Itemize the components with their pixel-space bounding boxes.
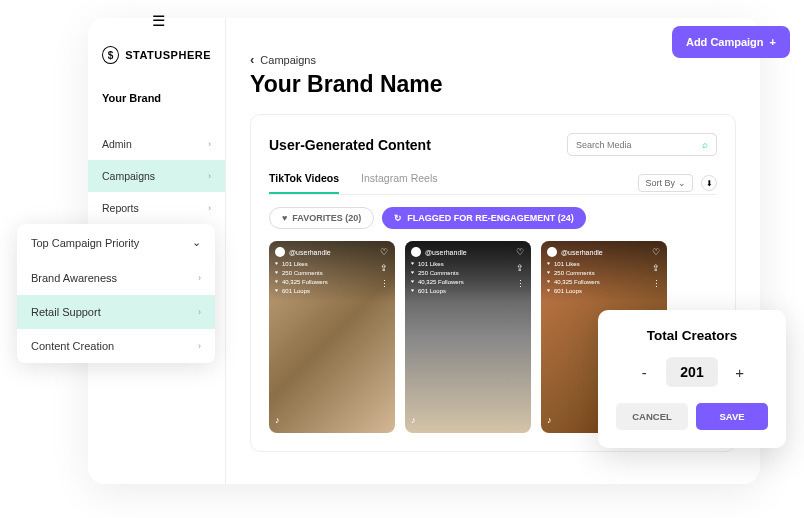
video-handle: @userhandle [561,249,603,256]
heart-icon[interactable]: ♡ [516,247,525,257]
video-handle: @userhandle [425,249,467,256]
plus-icon: + [770,36,776,48]
avatar-icon [547,247,557,257]
tabs: TikTok Videos Instagram Reels [269,172,437,194]
share-icon[interactable]: ⇪ [380,263,389,273]
chip-favorites[interactable]: ♥FAVORITES (20) [269,207,374,229]
dropdown-item-content-creation[interactable]: Content Creation› [17,329,215,363]
modal-actions: CANCEL SAVE [616,403,768,430]
more-icon[interactable]: ⋮ [652,279,661,289]
logo: $ STATUSPHERE [88,46,225,84]
increment-button[interactable]: + [730,364,750,381]
more-icon[interactable]: ⋮ [516,279,525,289]
tab-instagram[interactable]: Instagram Reels [361,172,437,194]
refresh-icon: ↻ [394,213,402,223]
sidebar-item-reports[interactable]: Reports› [88,192,225,224]
chevron-down-icon: ⌄ [192,236,201,249]
chip-flagged[interactable]: ↻FLAGGED FOR RE-ENGAGEMENT (24) [382,207,586,229]
logo-text: STATUSPHERE [125,49,211,61]
heart-icon[interactable]: ♡ [652,247,661,257]
heart-icon: ♥ [282,213,287,223]
dropdown-item-retail-support[interactable]: Retail Support› [17,295,215,329]
decrement-button[interactable]: - [634,364,654,381]
brand-label: Your Brand [88,84,225,112]
download-icon[interactable]: ⬇ [701,175,717,191]
sidebar-nav: Admin› Campaigns› Reports› [88,128,225,224]
video-stats: 101 Likes 250 Comments 40,325 Followers … [275,260,389,296]
dropdown-header[interactable]: Top Campaign Priority⌄ [17,224,215,261]
video-tile[interactable]: @userhandle 101 Likes250 Comments40,325 … [405,241,531,433]
chevron-right-icon: › [198,341,201,351]
tiktok-icon: ♪ [547,415,552,425]
breadcrumb[interactable]: ‹ Campaigns [250,52,736,67]
quantity-stepper: - 201 + [616,357,768,387]
card-title: User-Generated Content [269,137,431,153]
card-header: User-Generated Content ⌕ [269,133,717,156]
cancel-button[interactable]: CANCEL [616,403,688,430]
chevron-down-icon: ⌄ [678,178,686,188]
tiktok-icon: ♪ [275,415,280,425]
total-creators-modal: Total Creators - 201 + CANCEL SAVE [598,310,786,448]
save-button[interactable]: SAVE [696,403,768,430]
chevron-right-icon: › [208,171,211,181]
modal-title: Total Creators [616,328,768,343]
video-tile[interactable]: @userhandle 101 Likes 250 Comments 40,32… [269,241,395,433]
priority-dropdown: Top Campaign Priority⌄ Brand Awareness› … [17,224,215,363]
chevron-right-icon: › [198,273,201,283]
search-input[interactable] [576,140,702,150]
chevron-right-icon: › [208,139,211,149]
sidebar-item-admin[interactable]: Admin› [88,128,225,160]
filter-chips: ♥FAVORITES (20) ↻FLAGGED FOR RE-ENGAGEME… [269,207,717,229]
stepper-value: 201 [666,357,717,387]
tabs-row: TikTok Videos Instagram Reels Sort By⌄ ⬇ [269,172,717,195]
sidebar-item-label: Reports [102,202,139,214]
sidebar-item-campaigns[interactable]: Campaigns› [88,160,225,192]
tiktok-icon: ♪ [411,415,416,425]
sidebar-item-label: Admin [102,138,132,150]
more-icon[interactable]: ⋮ [380,279,389,289]
avatar-icon [275,247,285,257]
video-overlay: @userhandle 101 Likes 250 Comments 40,32… [269,241,395,302]
avatar-icon [411,247,421,257]
dropdown-item-brand-awareness[interactable]: Brand Awareness› [17,261,215,295]
sidebar-item-label: Campaigns [102,170,155,182]
sort-controls: Sort By⌄ ⬇ [638,174,717,192]
video-handle: @userhandle [289,249,331,256]
chevron-right-icon: › [208,203,211,213]
add-campaign-button[interactable]: Add Campaign + [672,26,790,58]
chevron-right-icon: › [198,307,201,317]
tab-tiktok[interactable]: TikTok Videos [269,172,339,194]
back-icon[interactable]: ‹ [250,52,254,67]
logo-icon: $ [102,46,119,64]
search-icon[interactable]: ⌕ [702,139,708,150]
breadcrumb-label: Campaigns [260,54,316,66]
page-title: Your Brand Name [250,71,736,98]
sort-by-button[interactable]: Sort By⌄ [638,174,693,192]
share-icon[interactable]: ⇪ [652,263,661,273]
search-input-wrapper[interactable]: ⌕ [567,133,717,156]
hamburger-icon[interactable]: ☰ [152,12,165,30]
share-icon[interactable]: ⇪ [516,263,525,273]
heart-icon[interactable]: ♡ [380,247,389,257]
